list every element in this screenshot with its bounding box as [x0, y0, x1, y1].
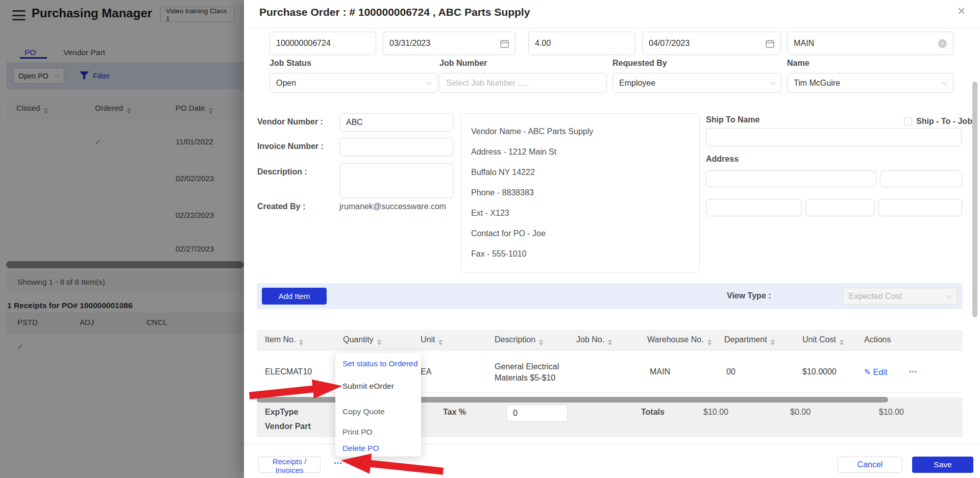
calendar-icon[interactable]: [500, 39, 509, 48]
ship-address-line1-input[interactable]: [706, 170, 876, 187]
job-number-label: Job Number: [439, 59, 487, 68]
ship-to-job-checkbox[interactable]: [904, 117, 912, 125]
chevron-down-icon: [426, 79, 432, 85]
col-unit[interactable]: Unit: [421, 335, 443, 345]
item-department: 00: [726, 367, 736, 376]
exp-type-label: ExpType: [265, 408, 299, 417]
col-warehouse-no[interactable]: Warehouse No.: [647, 335, 712, 345]
add-item-button[interactable]: Add Item: [262, 288, 327, 305]
save-button[interactable]: Save: [912, 457, 973, 473]
ship-to-name-label: Ship To Name: [706, 115, 760, 124]
receipts-invoices-button[interactable]: Receipts / Invoices: [258, 457, 321, 473]
ship-state-input[interactable]: [805, 199, 875, 216]
po-number-input[interactable]: [270, 32, 376, 55]
menu-submit-eorder[interactable]: Submit eOrder: [342, 382, 394, 391]
vendor-info-line: Contact for PO - Joe: [471, 229, 689, 238]
tax-input[interactable]: [506, 405, 568, 422]
sort-icon: [539, 339, 543, 345]
item-no: ELECMAT10: [265, 367, 312, 376]
quantity-input[interactable]: [528, 32, 635, 55]
chevron-down-icon: [770, 79, 775, 85]
warehouse-input[interactable]: MAIN ×: [787, 32, 953, 55]
invoice-number-label: Invoice Number :: [257, 142, 324, 151]
job-number-select[interactable]: Select Job Number .....: [439, 73, 607, 93]
col-department[interactable]: Department: [724, 335, 775, 345]
menu-set-status-ordered[interactable]: Set status to Ordered: [342, 359, 418, 368]
divider: [244, 28, 980, 29]
sort-icon: [840, 339, 844, 345]
col-unit-cost[interactable]: Unit Cost: [802, 335, 844, 345]
modal-scrollbar[interactable]: [972, 82, 977, 317]
due-date-input[interactable]: 04/07/2023: [642, 32, 781, 55]
sort-icon: [438, 339, 443, 345]
modal-title: Purchase Order : # 100000006724 , ABC Pa…: [259, 6, 530, 18]
item-description: General Electrical Materials $5-$10: [495, 361, 559, 384]
purchase-order-modal: Purchase Order : # 100000006724 , ABC Pa…: [244, 0, 980, 478]
sort-icon: [299, 339, 303, 345]
created-by-label: Created By :: [257, 202, 305, 211]
sort-icon: [707, 339, 712, 345]
footer-more-icon[interactable]: ···: [334, 458, 342, 468]
vendor-info-line: Vendor Name - ABC Parts Supply: [471, 127, 689, 136]
item-unit: EA: [421, 367, 431, 376]
ship-to-name-input[interactable]: [706, 128, 962, 146]
item-warehouse: MAIN: [650, 367, 670, 376]
description-textarea[interactable]: [339, 163, 453, 198]
po-date-input[interactable]: 03/31/2023: [383, 32, 516, 55]
close-icon[interactable]: ×: [958, 4, 965, 17]
chevron-down-icon: [946, 292, 951, 298]
chevron-down-icon: [942, 79, 947, 85]
menu-delete-po[interactable]: Delete PO: [342, 444, 379, 453]
vendor-number-input[interactable]: [339, 113, 453, 132]
job-status-label: Job Status: [270, 59, 311, 68]
vendor-info-box: Vendor Name - ABC Parts Supply Address -…: [460, 113, 700, 273]
created-by-value: jrumanek@successware.com: [339, 202, 446, 211]
job-status-select[interactable]: Open: [270, 73, 438, 93]
requested-by-label: Requested By: [612, 59, 667, 68]
col-actions: Actions: [864, 335, 891, 344]
menu-print-po[interactable]: Print PO: [342, 427, 373, 437]
col-job-no[interactable]: Job No.: [576, 335, 612, 345]
menu-copy-quote[interactable]: Copy Quote: [342, 407, 385, 416]
grand-total-value: $10.00: [879, 408, 904, 417]
description-label: Description :: [257, 167, 307, 177]
sort-icon: [608, 339, 612, 345]
edit-button[interactable]: ✎ Edit: [864, 367, 887, 377]
sort-icon: [771, 339, 775, 345]
calendar-icon[interactable]: [766, 39, 774, 48]
subtotal-value: $10.00: [703, 408, 728, 417]
po-actions-context-menu: Set status to Ordered Submit eOrder Copy…: [335, 353, 421, 457]
requester-name-select[interactable]: Tim McGuire: [787, 73, 953, 93]
item-unit-cost: $10.0000: [802, 367, 837, 376]
vendor-info-line: Ext - X123: [471, 209, 689, 218]
ship-to-job-label: Ship - To - Job: [916, 117, 972, 126]
tax-label: Tax %: [443, 408, 466, 417]
vendor-info-line: Buffalo NY 14222: [471, 168, 689, 177]
col-item-no[interactable]: Item No.: [265, 335, 303, 345]
vendor-number-label: Vendor Number :: [257, 117, 323, 127]
sort-icon: [377, 339, 381, 345]
col-quantity[interactable]: Quantity: [343, 335, 381, 345]
items-table-header: Item No. Quantity Unit Description Job N…: [257, 330, 963, 351]
view-type-label: View Type :: [727, 291, 771, 300]
row-more-icon[interactable]: ···: [909, 367, 917, 376]
totals-label: Totals: [641, 408, 665, 417]
items-toolbar: Add Item View Type : Expected Cost: [257, 283, 963, 309]
vendor-info-line: Phone - 8838383: [471, 188, 689, 197]
vendor-part-label: Vendor Part: [265, 422, 311, 431]
view-type-select[interactable]: Expected Cost: [842, 288, 958, 305]
invoice-number-input[interactable]: [339, 138, 453, 156]
name-label: Name: [787, 59, 810, 68]
ship-address-label: Address: [706, 155, 739, 164]
ship-address-line2-input[interactable]: [880, 170, 962, 187]
vendor-info-line: Address - 1212 Main St: [471, 147, 689, 157]
pencil-icon: ✎: [864, 368, 871, 376]
cancel-button[interactable]: Cancel: [838, 457, 902, 473]
ship-city-input[interactable]: [706, 199, 802, 216]
col-description[interactable]: Description: [495, 335, 543, 345]
vendor-info-line: Fax - 555-1010: [471, 249, 689, 259]
requested-by-select[interactable]: Employee: [612, 73, 781, 93]
clear-icon[interactable]: ×: [938, 39, 947, 48]
tax-total-value: $0.00: [790, 408, 811, 417]
ship-zip-input[interactable]: [878, 199, 962, 216]
